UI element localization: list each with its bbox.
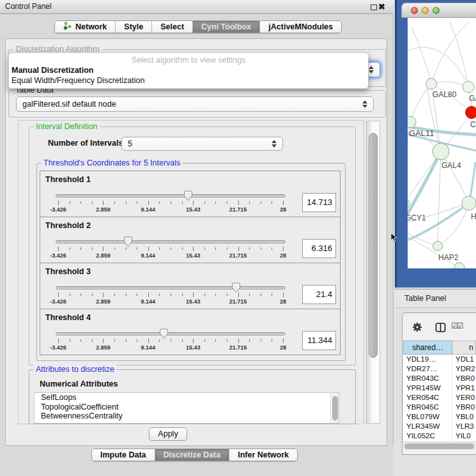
network-node-label: GAL80: [433, 90, 457, 99]
numerical-attributes-label: Numerical Attributes: [40, 380, 118, 388]
network-node-label: GCY1: [408, 213, 426, 222]
threshold-1-panel: Threshold 1 -3.4262.8599.14415.4321.7152…: [40, 171, 341, 217]
threshold-4-slider[interactable]: -3.4262.8599.14415.4321.71528: [56, 328, 286, 353]
table-header-shared-name[interactable]: shared…: [403, 341, 452, 355]
slider-tick-labels: -3.4262.8599.14415.4321.71528: [56, 206, 286, 213]
traffic-light-zoom-icon[interactable]: [433, 7, 440, 14]
number-of-intervals-value: 5: [128, 139, 132, 148]
slider-rail[interactable]: [56, 194, 286, 197]
threshold-2-value-field[interactable]: 6.316: [302, 239, 336, 258]
table-rows[interactable]: YDL19…YDL1YDR27…YDR2YBR043CYBR0YPR145WYP…: [403, 355, 476, 441]
list-scrollbar[interactable]: [330, 393, 339, 423]
application-window: Control Panel ✖ Network Style Select Cyn…: [0, 0, 476, 476]
table-data-combobox[interactable]: galFiltered.sif default node: [16, 96, 374, 112]
checkbox-columns-icon[interactable]: ☑☑: [451, 321, 463, 330]
table-header-name[interactable]: n: [452, 341, 476, 355]
attribute-list-item[interactable]: SelfLoops: [35, 393, 339, 403]
tab-network-label: Network: [75, 22, 107, 31]
slider-tick-labels: -3.4262.8599.14415.4321.71528: [56, 252, 286, 259]
network-node[interactable]: [426, 79, 437, 89]
network-node[interactable]: [454, 263, 464, 268]
traffic-light-close-icon[interactable]: [411, 7, 418, 14]
slider-rail[interactable]: [56, 240, 286, 243]
threshold-3-value-field[interactable]: 21.4: [302, 285, 336, 304]
number-of-intervals-combobox[interactable]: 5: [121, 137, 283, 151]
slider-rail[interactable]: [56, 332, 286, 335]
table-row[interactable]: YPR145WYPR1: [403, 383, 476, 393]
list-scrollbar-thumb[interactable]: [332, 396, 338, 420]
tab-impute-data[interactable]: Impute Data: [92, 449, 155, 461]
threshold-2-slider[interactable]: -3.4262.8599.14415.4321.71528: [56, 236, 286, 261]
table-row[interactable]: YLR345WYLR3: [403, 422, 476, 431]
threshold-4-value-field[interactable]: 11.344: [302, 331, 336, 350]
threshold-1-value-field[interactable]: 14.713: [302, 193, 336, 212]
slider-thumb[interactable]: [159, 328, 169, 339]
combo-spinner-icon: [272, 140, 277, 148]
table-row[interactable]: YBL079WYBL0: [403, 412, 476, 422]
table-row[interactable]: YDL19…YDL1: [403, 355, 476, 364]
table-row[interactable]: YER054CYER0: [403, 393, 476, 403]
tab-network[interactable]: Network: [55, 21, 116, 33]
numerical-attributes-list[interactable]: SelfLoopsTopologicalCoefficientBetweenne…: [34, 392, 339, 424]
network-nodes: [408, 79, 476, 269]
tab-select[interactable]: Select: [152, 21, 193, 33]
network-node-label: GAL11: [409, 128, 434, 138]
table-row[interactable]: YDR27…YDR2: [403, 364, 476, 374]
slider-thumb[interactable]: [183, 190, 193, 201]
control-panel-titlebar[interactable]: Control Panel ✖: [0, 0, 394, 14]
network-canvas[interactable]: GAL80GACGAL11GAL4GCY1HHAP2: [408, 18, 476, 268]
tab-cyni-toolbox[interactable]: Cyni Toolbox: [193, 21, 260, 33]
tab-style[interactable]: Style: [116, 21, 152, 33]
slider-thumb[interactable]: [231, 282, 241, 293]
table-panel-titlebar[interactable]: Table Panel: [395, 289, 476, 308]
network-node-label: C: [470, 120, 476, 129]
cyni-mode-tabs: Impute Data Discretize Data Infer Networ…: [91, 449, 298, 461]
network-node[interactable]: [462, 196, 476, 210]
combo-spinner-icon: [362, 100, 367, 108]
tab-discretize-data[interactable]: Discretize Data: [155, 449, 230, 461]
network-tab-icon: [63, 22, 72, 32]
threshold-2-label: Threshold 2: [45, 221, 91, 230]
network-node-label: H: [471, 212, 476, 221]
column-selector-icon[interactable]: [435, 322, 446, 335]
table-horizontal-scrollbar-thumb[interactable]: [404, 443, 474, 449]
interval-definition-title: Interval Definition: [33, 122, 100, 132]
control-panel-tabs: Network Style Select Cyni Toolbox jActiv…: [54, 20, 342, 33]
slider-thumb[interactable]: [123, 236, 133, 247]
thresholds-group-title: Threshold's Coordinates for 5 Intervals: [41, 158, 183, 168]
dropdown-option-equal-width[interactable]: Equal Width/Frequency Discretization: [12, 76, 144, 85]
network-node[interactable]: [463, 81, 474, 93]
slider-tick-labels: -3.4262.8599.14415.4321.71528: [56, 344, 286, 351]
network-window-titlebar[interactable]: [401, 3, 476, 18]
attribute-list-item[interactable]: BetweennessCentrality: [35, 411, 339, 421]
dropdown-option-manual[interactable]: Manual Discretization: [12, 66, 94, 75]
threshold-1-slider[interactable]: -3.4262.8599.14415.4321.71528: [56, 190, 286, 215]
dropdown-prompt: Select algorithm to view settings: [9, 56, 368, 65]
threshold-3-slider[interactable]: -3.4262.8599.14415.4321.71528: [56, 282, 286, 307]
traffic-light-minimize-icon[interactable]: [422, 7, 429, 14]
number-of-intervals-label: Number of Intervals: [48, 139, 123, 148]
apply-button[interactable]: Apply: [149, 427, 187, 441]
float-window-icon[interactable]: [371, 4, 377, 10]
gear-icon[interactable]: [412, 322, 422, 335]
slider-ticks: [56, 201, 286, 206]
network-node[interactable]: [433, 242, 443, 251]
network-node-label: HAP2: [438, 253, 459, 262]
table-horizontal-scrollbar[interactable]: [403, 441, 476, 450]
attribute-list-item[interactable]: TopologicalCoefficient: [35, 403, 339, 412]
tab-jactivemnodules[interactable]: jActiveMNodules: [260, 21, 341, 33]
network-node[interactable]: [408, 116, 416, 128]
table-row[interactable]: YIL052CYIL0: [403, 431, 476, 441]
vertical-scrollbar-thumb[interactable]: [369, 133, 378, 358]
table-row[interactable]: YBR045CYBR0: [403, 403, 476, 412]
slider-ticks: [56, 293, 286, 298]
network-node[interactable]: [466, 107, 476, 119]
slider-rail[interactable]: [56, 286, 286, 289]
network-node-label: GAL4: [441, 161, 461, 170]
close-icon[interactable]: ✖: [378, 1, 385, 13]
tab-infer-network[interactable]: Infer Network: [229, 449, 297, 461]
network-node[interactable]: [433, 143, 449, 160]
slider-tick-labels: -3.4262.8599.14415.4321.71528: [56, 298, 286, 305]
table-row[interactable]: YBR043CYBR0: [403, 374, 476, 383]
threshold-4-panel: Threshold 4 -3.4262.8599.14415.4321.7152…: [40, 309, 341, 355]
